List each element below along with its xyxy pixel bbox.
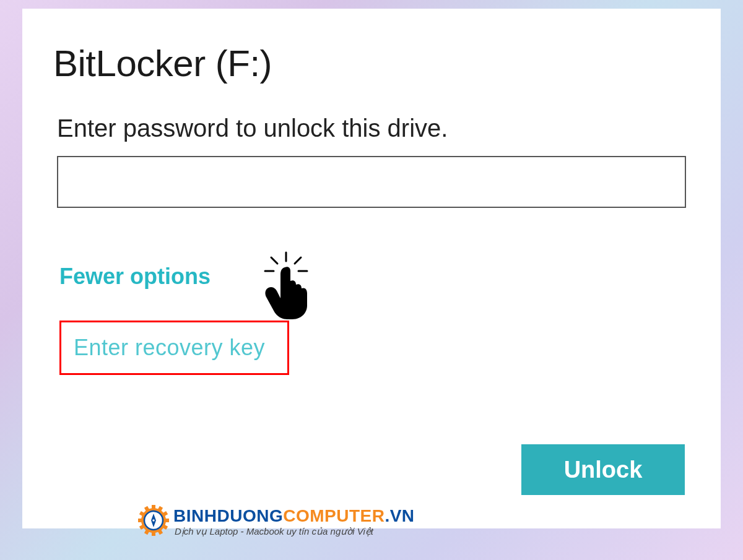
enter-recovery-key-link[interactable]: Enter recovery key [74,335,265,360]
fewer-options-link[interactable]: Fewer options [59,264,211,290]
unlock-button[interactable]: Unlock [521,444,685,495]
watermark-brand: BINHDUONGCOMPUTER.VN [173,507,415,525]
recovery-highlight-box: Enter recovery key [59,321,289,375]
password-input[interactable] [57,156,686,208]
watermark-tagline: Dịch vụ Laptop - Macbook uy tín của ngườ… [175,527,415,536]
password-prompt: Enter password to unlock this drive. [57,114,690,142]
compass-gear-icon [137,504,170,539]
svg-point-20 [152,519,155,522]
watermark-text: BINHDUONGCOMPUTER.VN Dịch vụ Laptop - Ma… [173,507,415,536]
dialog-title: BitLocker (F:) [53,42,690,85]
bitlocker-dialog: BitLocker (F:) Enter password to unlock … [22,9,721,528]
options-area: Fewer options Enter recovery key [59,264,690,375]
watermark: BINHDUONGCOMPUTER.VN Dịch vụ Laptop - Ma… [137,504,415,539]
